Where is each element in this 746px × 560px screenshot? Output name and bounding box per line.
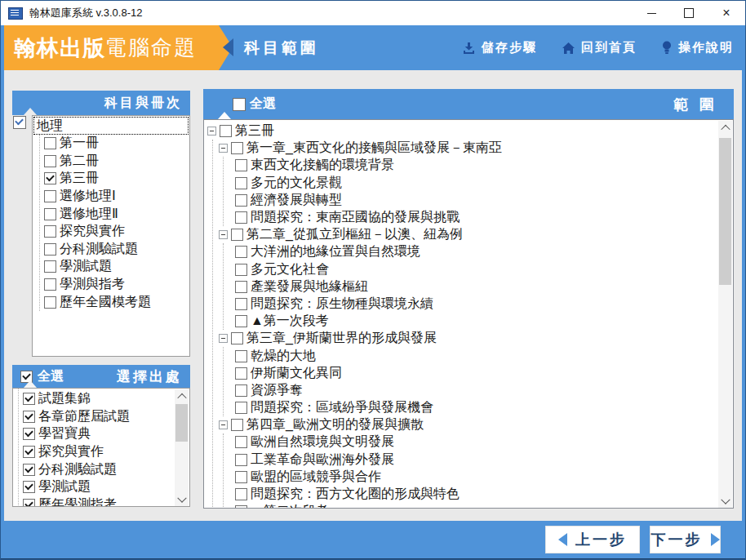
close-button[interactable]: × [708,1,745,25]
tree-section-item[interactable]: 問題探究：原生物種與環境永續 [224,296,713,313]
checkbox[interactable] [235,177,247,189]
volume-item[interactable]: 探究與實作 [40,223,189,241]
scope-select-all[interactable]: 全選 [233,96,276,113]
tree-section-item[interactable]: 歐洲自然環境與文明發展 [224,433,713,451]
checkbox[interactable] [44,190,56,202]
maximize-button[interactable] [670,1,708,25]
source-scroll-down-button[interactable] [175,493,189,507]
tree-section-item[interactable]: 問題探究：區域紛爭與發展機會 [224,399,713,416]
save-steps-button[interactable]: 儲存步驟 [462,40,537,56]
checkbox[interactable] [235,281,247,293]
tree-section-item[interactable]: 資源爭奪 [224,382,713,399]
source-item[interactable]: 探究與實作 [19,443,166,461]
tree-section-item[interactable]: 經濟發展與轉型 [224,192,713,209]
checkbox[interactable] [235,454,247,466]
checkbox[interactable] [44,172,56,184]
collapse-expander-icon[interactable] [219,230,228,239]
tree-section-item[interactable]: 問題探究：東南亞國協的發展與挑戰 [224,209,713,226]
tree-section-item[interactable]: 伊斯蘭文化異同 [224,365,713,382]
volume-item[interactable]: 學測與指考 [40,276,189,294]
tree-section-item[interactable]: 問題探究：西方文化圈的形成與特色 [224,486,713,503]
checkbox[interactable] [231,419,243,431]
checkbox[interactable] [23,499,35,507]
source-select-all-label[interactable]: 全選 [38,368,64,385]
checkbox[interactable] [235,505,247,509]
scope-scroll-down-button[interactable] [718,495,732,509]
tree-section-item[interactable]: 產業發展與地緣樞紐 [224,278,713,296]
subject-checkbox[interactable] [13,116,26,129]
checkbox[interactable] [23,481,35,493]
checkbox[interactable] [44,155,56,167]
tree-section-item[interactable]: 工業革命與歐洲海外發展 [224,451,713,469]
source-item[interactable]: 學習寶典 [19,425,166,443]
checkbox[interactable] [235,315,247,327]
tree-chapter-item[interactable]: 第二章_從孤立到樞紐－以澳、紐為例 [213,226,713,243]
tree-section-item[interactable]: 歐盟的區域競爭與合作 [224,469,713,486]
collapse-expander-icon[interactable] [219,144,228,153]
source-scroll-thumb[interactable] [175,404,188,442]
checkbox[interactable] [235,384,247,397]
tree-section-item[interactable]: ▲第二次段考 [224,503,713,509]
checkbox[interactable] [44,137,56,149]
volume-item[interactable]: 學測試題 [40,258,189,276]
back-home-button[interactable]: 回到首頁 [562,40,637,56]
source-item[interactable]: 歷年學測指考 [19,496,166,507]
tree-chapter-item[interactable]: 第四章_歐洲文明的發展與擴散 [213,416,713,433]
checkbox[interactable] [235,402,247,414]
scope-select-all-checkbox[interactable] [233,98,246,111]
collapse-expander-icon[interactable] [219,334,228,343]
minimize-button[interactable] [633,1,670,25]
volume-item[interactable]: 分科測驗試題 [40,241,189,259]
checkbox[interactable] [23,411,35,423]
checkbox[interactable] [23,464,35,476]
checkbox[interactable] [44,278,56,291]
tree-section-item[interactable]: 多元文化社會 [224,261,713,278]
tree-section-item[interactable]: 東西文化接觸的環境背景 [224,157,713,174]
tree-chapter-item[interactable]: 第三章_伊斯蘭世界的形成與發展 [213,330,713,347]
tree-section-item[interactable]: 大洋洲的地緣位置與自然環境 [224,243,713,260]
source-item[interactable]: 分科測驗試題 [19,460,166,478]
next-step-button[interactable]: 下一步 [650,526,721,553]
checkbox[interactable] [235,264,247,276]
checkbox[interactable] [235,211,247,224]
tree-section-item[interactable]: ▲第一次段考 [224,313,713,330]
source-item[interactable]: 學測試題 [19,478,166,496]
checkbox[interactable] [235,350,247,362]
checkbox[interactable] [220,125,232,137]
source-scrollbar[interactable] [175,389,189,507]
checkbox[interactable] [235,471,247,483]
source-scroll-up-button[interactable] [175,389,189,403]
checkbox[interactable] [231,332,243,344]
help-button[interactable]: 操作說明 [661,40,734,56]
checkbox[interactable] [231,229,243,241]
tree-section-item[interactable]: 乾燥的大地 [224,347,713,364]
checkbox[interactable] [44,225,56,238]
checkbox[interactable] [23,446,35,458]
checkbox[interactable] [23,428,35,440]
scope-scrollbar[interactable] [718,121,732,509]
volume-item[interactable]: 第一冊 [40,135,189,153]
collapse-expander-icon[interactable] [219,420,228,429]
checkbox[interactable] [23,393,35,405]
checkbox[interactable] [44,208,56,220]
volume-item[interactable]: 選修地理Ⅱ [40,205,189,223]
checkbox[interactable] [235,436,247,448]
checkbox[interactable] [235,298,247,310]
volume-item[interactable]: 選修地理Ⅰ [40,188,189,206]
checkbox[interactable] [44,296,56,309]
tree-root-item[interactable]: 第三冊 [207,122,713,140]
tree-chapter-item[interactable]: 第一章_東西文化的接觸與區域發展－東南亞 [213,140,713,157]
checkbox[interactable] [235,159,247,171]
checkbox[interactable] [231,142,243,154]
subject-root-item[interactable]: 地理 [33,117,189,135]
scope-scroll-thumb[interactable] [719,138,731,285]
tree-section-item[interactable]: 多元的文化景觀 [224,175,713,192]
source-item[interactable]: 試題集錦 [19,390,166,408]
source-item[interactable]: 各章節歷屆試題 [19,408,166,426]
checkbox[interactable] [235,488,247,500]
checkbox[interactable] [235,367,247,380]
scope-scroll-up-button[interactable] [718,121,732,135]
checkbox[interactable] [235,194,247,207]
collapse-expander-icon[interactable] [207,127,216,136]
checkbox[interactable] [44,243,56,256]
